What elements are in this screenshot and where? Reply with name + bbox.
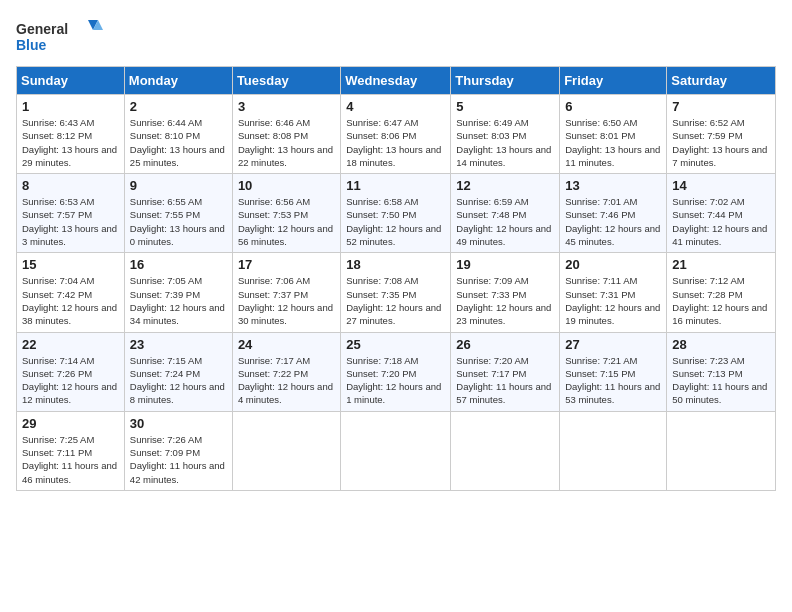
column-header-sunday: Sunday <box>17 67 125 95</box>
cell-info: Sunrise: 7:26 AM Sunset: 7:09 PM Dayligh… <box>130 433 227 486</box>
day-number: 12 <box>456 178 554 193</box>
column-header-wednesday: Wednesday <box>341 67 451 95</box>
cell-info: Sunrise: 7:23 AM Sunset: 7:13 PM Dayligh… <box>672 354 770 407</box>
cell-info: Sunrise: 6:52 AM Sunset: 7:59 PM Dayligh… <box>672 116 770 169</box>
cell-info: Sunrise: 7:18 AM Sunset: 7:20 PM Dayligh… <box>346 354 445 407</box>
day-number: 15 <box>22 257 119 272</box>
calendar-cell: 23 Sunrise: 7:15 AM Sunset: 7:24 PM Dayl… <box>124 332 232 411</box>
calendar-week-row: 29 Sunrise: 7:25 AM Sunset: 7:11 PM Dayl… <box>17 411 776 490</box>
calendar-cell: 17 Sunrise: 7:06 AM Sunset: 7:37 PM Dayl… <box>232 253 340 332</box>
calendar-cell: 7 Sunrise: 6:52 AM Sunset: 7:59 PM Dayli… <box>667 95 776 174</box>
cell-info: Sunrise: 6:53 AM Sunset: 7:57 PM Dayligh… <box>22 195 119 248</box>
column-header-tuesday: Tuesday <box>232 67 340 95</box>
day-number: 29 <box>22 416 119 431</box>
calendar-cell: 29 Sunrise: 7:25 AM Sunset: 7:11 PM Dayl… <box>17 411 125 490</box>
calendar-week-row: 1 Sunrise: 6:43 AM Sunset: 8:12 PM Dayli… <box>17 95 776 174</box>
calendar-cell: 15 Sunrise: 7:04 AM Sunset: 7:42 PM Dayl… <box>17 253 125 332</box>
day-number: 30 <box>130 416 227 431</box>
svg-text:Blue: Blue <box>16 37 47 53</box>
day-number: 27 <box>565 337 661 352</box>
calendar-cell: 4 Sunrise: 6:47 AM Sunset: 8:06 PM Dayli… <box>341 95 451 174</box>
cell-info: Sunrise: 7:21 AM Sunset: 7:15 PM Dayligh… <box>565 354 661 407</box>
cell-info: Sunrise: 6:58 AM Sunset: 7:50 PM Dayligh… <box>346 195 445 248</box>
day-number: 4 <box>346 99 445 114</box>
logo: General Blue <box>16 16 106 56</box>
calendar-week-row: 22 Sunrise: 7:14 AM Sunset: 7:26 PM Dayl… <box>17 332 776 411</box>
cell-info: Sunrise: 7:11 AM Sunset: 7:31 PM Dayligh… <box>565 274 661 327</box>
day-number: 23 <box>130 337 227 352</box>
day-number: 18 <box>346 257 445 272</box>
calendar-cell: 27 Sunrise: 7:21 AM Sunset: 7:15 PM Dayl… <box>560 332 667 411</box>
cell-info: Sunrise: 7:25 AM Sunset: 7:11 PM Dayligh… <box>22 433 119 486</box>
calendar-cell: 10 Sunrise: 6:56 AM Sunset: 7:53 PM Dayl… <box>232 174 340 253</box>
calendar-cell: 30 Sunrise: 7:26 AM Sunset: 7:09 PM Dayl… <box>124 411 232 490</box>
cell-info: Sunrise: 6:55 AM Sunset: 7:55 PM Dayligh… <box>130 195 227 248</box>
cell-info: Sunrise: 7:06 AM Sunset: 7:37 PM Dayligh… <box>238 274 335 327</box>
cell-info: Sunrise: 6:47 AM Sunset: 8:06 PM Dayligh… <box>346 116 445 169</box>
calendar-cell <box>341 411 451 490</box>
calendar-cell: 13 Sunrise: 7:01 AM Sunset: 7:46 PM Dayl… <box>560 174 667 253</box>
calendar-cell <box>560 411 667 490</box>
calendar-cell: 9 Sunrise: 6:55 AM Sunset: 7:55 PM Dayli… <box>124 174 232 253</box>
day-number: 8 <box>22 178 119 193</box>
day-number: 2 <box>130 99 227 114</box>
day-number: 22 <box>22 337 119 352</box>
page-header: General Blue <box>16 16 776 56</box>
calendar-cell <box>667 411 776 490</box>
day-number: 11 <box>346 178 445 193</box>
calendar-cell: 28 Sunrise: 7:23 AM Sunset: 7:13 PM Dayl… <box>667 332 776 411</box>
calendar-cell: 2 Sunrise: 6:44 AM Sunset: 8:10 PM Dayli… <box>124 95 232 174</box>
calendar-table: SundayMondayTuesdayWednesdayThursdayFrid… <box>16 66 776 491</box>
calendar-cell: 18 Sunrise: 7:08 AM Sunset: 7:35 PM Dayl… <box>341 253 451 332</box>
calendar-cell: 14 Sunrise: 7:02 AM Sunset: 7:44 PM Dayl… <box>667 174 776 253</box>
calendar-header-row: SundayMondayTuesdayWednesdayThursdayFrid… <box>17 67 776 95</box>
day-number: 26 <box>456 337 554 352</box>
cell-info: Sunrise: 6:44 AM Sunset: 8:10 PM Dayligh… <box>130 116 227 169</box>
calendar-cell: 24 Sunrise: 7:17 AM Sunset: 7:22 PM Dayl… <box>232 332 340 411</box>
day-number: 14 <box>672 178 770 193</box>
day-number: 20 <box>565 257 661 272</box>
day-number: 28 <box>672 337 770 352</box>
calendar-cell: 19 Sunrise: 7:09 AM Sunset: 7:33 PM Dayl… <box>451 253 560 332</box>
calendar-week-row: 8 Sunrise: 6:53 AM Sunset: 7:57 PM Dayli… <box>17 174 776 253</box>
calendar-cell: 12 Sunrise: 6:59 AM Sunset: 7:48 PM Dayl… <box>451 174 560 253</box>
column-header-friday: Friday <box>560 67 667 95</box>
column-header-monday: Monday <box>124 67 232 95</box>
logo-icon: General Blue <box>16 16 106 56</box>
calendar-week-row: 15 Sunrise: 7:04 AM Sunset: 7:42 PM Dayl… <box>17 253 776 332</box>
cell-info: Sunrise: 6:50 AM Sunset: 8:01 PM Dayligh… <box>565 116 661 169</box>
calendar-cell: 21 Sunrise: 7:12 AM Sunset: 7:28 PM Dayl… <box>667 253 776 332</box>
calendar-cell: 16 Sunrise: 7:05 AM Sunset: 7:39 PM Dayl… <box>124 253 232 332</box>
day-number: 21 <box>672 257 770 272</box>
day-number: 7 <box>672 99 770 114</box>
cell-info: Sunrise: 7:14 AM Sunset: 7:26 PM Dayligh… <box>22 354 119 407</box>
calendar-cell: 11 Sunrise: 6:58 AM Sunset: 7:50 PM Dayl… <box>341 174 451 253</box>
cell-info: Sunrise: 7:15 AM Sunset: 7:24 PM Dayligh… <box>130 354 227 407</box>
cell-info: Sunrise: 7:02 AM Sunset: 7:44 PM Dayligh… <box>672 195 770 248</box>
day-number: 17 <box>238 257 335 272</box>
cell-info: Sunrise: 7:08 AM Sunset: 7:35 PM Dayligh… <box>346 274 445 327</box>
svg-text:General: General <box>16 21 68 37</box>
column-header-saturday: Saturday <box>667 67 776 95</box>
calendar-cell: 3 Sunrise: 6:46 AM Sunset: 8:08 PM Dayli… <box>232 95 340 174</box>
calendar-cell: 5 Sunrise: 6:49 AM Sunset: 8:03 PM Dayli… <box>451 95 560 174</box>
day-number: 10 <box>238 178 335 193</box>
cell-info: Sunrise: 7:09 AM Sunset: 7:33 PM Dayligh… <box>456 274 554 327</box>
calendar-cell: 26 Sunrise: 7:20 AM Sunset: 7:17 PM Dayl… <box>451 332 560 411</box>
day-number: 1 <box>22 99 119 114</box>
cell-info: Sunrise: 7:12 AM Sunset: 7:28 PM Dayligh… <box>672 274 770 327</box>
column-header-thursday: Thursday <box>451 67 560 95</box>
day-number: 9 <box>130 178 227 193</box>
calendar-cell: 20 Sunrise: 7:11 AM Sunset: 7:31 PM Dayl… <box>560 253 667 332</box>
day-number: 13 <box>565 178 661 193</box>
calendar-cell: 22 Sunrise: 7:14 AM Sunset: 7:26 PM Dayl… <box>17 332 125 411</box>
calendar-cell: 6 Sunrise: 6:50 AM Sunset: 8:01 PM Dayli… <box>560 95 667 174</box>
day-number: 3 <box>238 99 335 114</box>
day-number: 24 <box>238 337 335 352</box>
cell-info: Sunrise: 6:49 AM Sunset: 8:03 PM Dayligh… <box>456 116 554 169</box>
calendar-cell: 25 Sunrise: 7:18 AM Sunset: 7:20 PM Dayl… <box>341 332 451 411</box>
day-number: 19 <box>456 257 554 272</box>
calendar-cell: 1 Sunrise: 6:43 AM Sunset: 8:12 PM Dayli… <box>17 95 125 174</box>
day-number: 6 <box>565 99 661 114</box>
cell-info: Sunrise: 7:20 AM Sunset: 7:17 PM Dayligh… <box>456 354 554 407</box>
